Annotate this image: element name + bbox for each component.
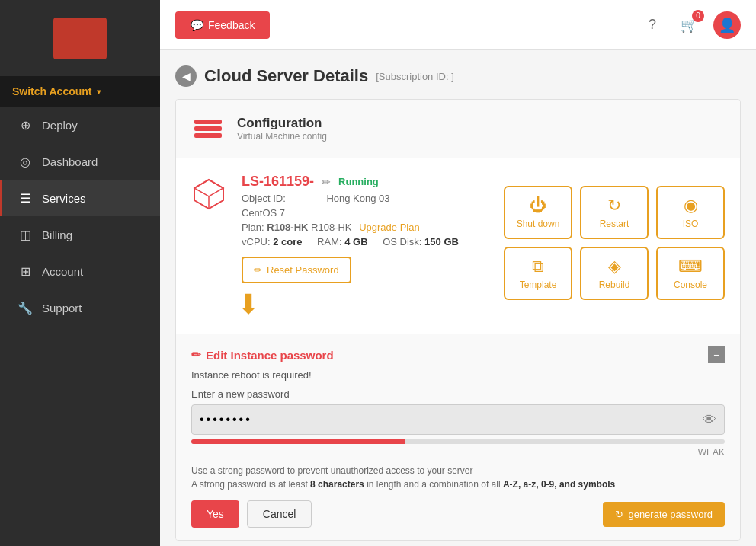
logo-area bbox=[0, 0, 160, 76]
svg-rect-2 bbox=[194, 133, 222, 138]
location: Hong Kong 03 bbox=[326, 193, 389, 204]
sidebar-item-support[interactable]: 🔧 Support bbox=[0, 289, 160, 326]
billing-icon: ◫ bbox=[18, 227, 33, 242]
edit-pwd-title: ✏ Edit Instance password bbox=[191, 348, 334, 362]
shutdown-label: Shut down bbox=[517, 219, 560, 229]
user-avatar[interactable]: 👤 bbox=[713, 11, 741, 39]
help-button[interactable]: ? bbox=[640, 13, 665, 37]
generate-password-button[interactable]: ↻ generate password bbox=[603, 502, 725, 527]
vcpu-label: vCPU: bbox=[242, 236, 273, 247]
switch-account-label: Switch Account bbox=[12, 85, 92, 97]
password-strength-bar bbox=[191, 439, 725, 444]
edit-pwd-title-text: Edit Instance password bbox=[206, 349, 334, 362]
cancel-button[interactable]: Cancel bbox=[247, 500, 312, 528]
deploy-icon: ⊕ bbox=[18, 117, 33, 133]
sidebar-item-deploy[interactable]: ⊕ Deploy bbox=[0, 107, 160, 143]
sidebar-item-billing[interactable]: ◫ Billing bbox=[0, 216, 160, 253]
svg-marker-4 bbox=[194, 180, 223, 196]
card-header: Configuration Virtual Machine config bbox=[176, 100, 740, 158]
user-icon: 👤 bbox=[719, 17, 735, 34]
specs-row: vCPU: 2 core RAM: 4 GB OS Disk: 150 GB bbox=[242, 236, 489, 247]
hint-line2-before: A strong password is at least bbox=[191, 479, 310, 490]
sidebar-item-label: Services bbox=[42, 192, 86, 205]
feedback-button[interactable]: 💬 Feedback bbox=[175, 11, 270, 39]
edit-pwd-icon: ✏ bbox=[191, 348, 201, 362]
config-title: Configuration bbox=[237, 116, 327, 131]
upgrade-plan-link[interactable]: Upgrade Plan bbox=[359, 222, 420, 233]
restart-icon: ↻ bbox=[607, 196, 621, 216]
restart-button[interactable]: ↻ Restart bbox=[580, 186, 649, 239]
ram-label: RAM: bbox=[317, 236, 344, 247]
server-status-badge: Running bbox=[338, 176, 379, 187]
edit-server-name-icon[interactable]: ✏ bbox=[322, 176, 331, 188]
password-input[interactable] bbox=[200, 405, 703, 434]
support-icon: 🔧 bbox=[18, 300, 33, 315]
account-icon: ⊞ bbox=[18, 263, 33, 279]
main-content: 💬 Feedback ? 🛒 0 👤 ◀ Cloud Server Detail… bbox=[160, 0, 756, 546]
minimize-button[interactable]: − bbox=[708, 346, 725, 363]
refresh-icon: ↻ bbox=[615, 509, 623, 520]
plan-value-text: R108-HK bbox=[311, 222, 351, 233]
console-button[interactable]: ⌨ Console bbox=[656, 247, 725, 300]
sidebar-item-label: Support bbox=[42, 302, 82, 315]
console-icon: ⌨ bbox=[678, 257, 703, 276]
sidebar-item-label: Deploy bbox=[42, 119, 78, 132]
template-label: Template bbox=[520, 279, 557, 290]
password-hint: Use a strong password to prevent unautho… bbox=[191, 464, 725, 491]
server-cube-icon bbox=[191, 174, 229, 215]
sidebar-item-dashboard[interactable]: ◎ Dashboard bbox=[0, 143, 160, 180]
services-icon: ☰ bbox=[18, 190, 33, 206]
back-button[interactable]: ◀ bbox=[175, 65, 197, 87]
sidebar-item-account[interactable]: ⊞ Account bbox=[0, 253, 160, 289]
server-meta: Object ID: Hong Kong 03 bbox=[242, 193, 489, 204]
disk-value: 150 GB bbox=[424, 236, 459, 247]
dashboard-icon: ◎ bbox=[18, 154, 33, 169]
switch-account-button[interactable]: Switch Account ▾ bbox=[0, 76, 160, 107]
page-content: ◀ Cloud Server Details [Subscription ID:… bbox=[160, 50, 756, 546]
reset-pwd-label: Reset Password bbox=[267, 264, 339, 276]
sidebar-item-label: Account bbox=[42, 265, 83, 278]
iso-label: ISO bbox=[683, 219, 699, 229]
page-title: Cloud Server Details bbox=[204, 66, 368, 86]
cart-badge: 0 bbox=[692, 10, 704, 22]
edit-pwd-header: ✏ Edit Instance password − bbox=[191, 346, 725, 363]
svg-rect-1 bbox=[194, 126, 222, 131]
template-icon: ⧉ bbox=[532, 257, 544, 276]
server-id-row: LS-161159- ✏ Running bbox=[242, 174, 489, 190]
arrow-down-indicator: ⬇ bbox=[191, 283, 489, 318]
svg-rect-0 bbox=[194, 120, 222, 124]
sidebar-nav: ⊕ Deploy ◎ Dashboard ☰ Services ◫ Billin… bbox=[0, 107, 160, 326]
shutdown-button[interactable]: ⏻ Shut down bbox=[504, 186, 572, 239]
sidebar-item-services[interactable]: ☰ Services bbox=[0, 180, 160, 216]
configuration-icon bbox=[191, 112, 225, 145]
ram-value: 4 GB bbox=[344, 236, 367, 247]
iso-button[interactable]: ◉ ISO bbox=[656, 186, 725, 239]
console-label: Console bbox=[674, 279, 707, 290]
plan-row: Plan: R108-HK R108-HK Upgrade Plan bbox=[242, 222, 489, 233]
topbar: 💬 Feedback ? 🛒 0 👤 bbox=[160, 0, 756, 50]
template-button[interactable]: ⧉ Template bbox=[504, 247, 572, 300]
object-id-label: Object ID: bbox=[242, 193, 286, 204]
server-main-row: LS-161159- ✏ Running Object ID: Hong Kon… bbox=[176, 158, 740, 334]
back-icon: ◀ bbox=[182, 70, 191, 82]
cart-button[interactable]: 🛒 0 bbox=[677, 13, 701, 37]
config-subtitle: Virtual Machine config bbox=[237, 131, 327, 142]
reset-password-button[interactable]: ✏ Reset Password bbox=[242, 257, 351, 283]
hint-bold1: 8 characters bbox=[310, 479, 364, 490]
feedback-label: Feedback bbox=[208, 19, 255, 31]
yes-button[interactable]: Yes bbox=[191, 500, 239, 528]
plan-value: R108-HK bbox=[267, 222, 308, 233]
server-left: LS-161159- ✏ Running Object ID: Hong Kon… bbox=[176, 158, 504, 334]
disk-label: OS Disk: bbox=[383, 236, 424, 247]
reboot-notice: Instance reboot is required! bbox=[191, 369, 725, 381]
iso-icon: ◉ bbox=[684, 196, 698, 216]
rebuild-button[interactable]: ◈ Rebuild bbox=[580, 247, 649, 300]
password-input-label: Enter a new password bbox=[191, 388, 725, 400]
server-id: LS-161159- bbox=[242, 174, 314, 190]
sidebar-item-label: Dashboard bbox=[42, 155, 98, 168]
password-actions: Yes Cancel ↻ generate password bbox=[191, 500, 725, 528]
show-password-icon[interactable]: 👁 bbox=[703, 412, 716, 428]
sidebar-item-label: Billing bbox=[42, 228, 72, 241]
edit-password-section: ✏ Edit Instance password − Instance rebo… bbox=[176, 334, 740, 540]
action-buttons-area: ⏻ Shut down ↻ Restart ◉ ISO ⧉ bbox=[504, 158, 740, 334]
